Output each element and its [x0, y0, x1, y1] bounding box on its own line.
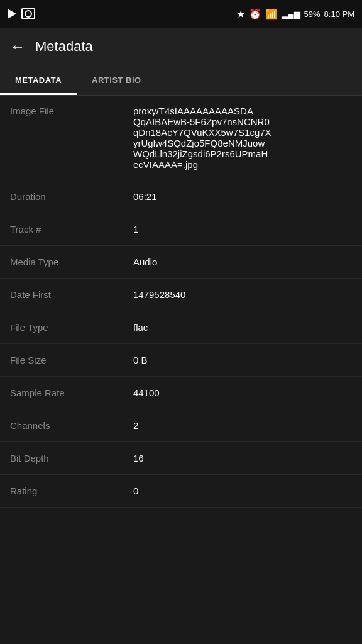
table-row: Channels2 [0, 409, 362, 442]
meta-value: 1 [126, 213, 362, 245]
meta-value: flac [126, 311, 362, 343]
status-right: ★ ⏰ 📶 ▂▄▆ 59% 8:10 PM [236, 8, 354, 20]
meta-label: Duration [0, 180, 126, 213]
meta-value: 0 B [126, 344, 362, 376]
table-row: Bit Depth16 [0, 442, 362, 475]
table-row: Sample Rate44100 [0, 377, 362, 409]
meta-label: Sample Rate [0, 377, 126, 409]
image-file-row: Image File proxy/T4sIAAAAAAAAASDA QqAIBA… [0, 96, 362, 180]
meta-label: Channels [0, 409, 126, 441]
photo-icon [21, 8, 35, 19]
meta-value: 2 [126, 409, 362, 441]
metadata-content: Image File proxy/T4sIAAAAAAAAASDA QqAIBA… [0, 96, 362, 508]
meta-value: 1479528540 [126, 279, 362, 311]
alarm-icon: ⏰ [249, 8, 261, 20]
metadata-rows: Duration06:21Track #1Media TypeAudioDate… [0, 180, 362, 508]
image-file-value: proxy/T4sIAAAAAAAAASDA QqAIBAEwB-5F6Zpv7… [126, 96, 362, 180]
meta-value: 0 [126, 475, 362, 507]
table-row: File Size0 B [0, 344, 362, 377]
table-row: Date First1479528540 [0, 279, 362, 311]
wifi-icon: 📶 [265, 8, 278, 20]
back-button[interactable]: ← [10, 38, 25, 55]
meta-value: 44100 [126, 377, 362, 409]
status-left [8, 8, 35, 19]
meta-label: Media Type [0, 246, 126, 278]
play-status-icon [8, 9, 16, 19]
table-row: Track #1 [0, 213, 362, 246]
header: ← Metadata [0, 28, 362, 65]
tab-artist-bio[interactable]: ARTIST BIO [77, 65, 156, 95]
meta-label: File Size [0, 344, 126, 376]
battery-text: 59% [304, 9, 321, 19]
table-row: File Typeflac [0, 311, 362, 344]
meta-label: Track # [0, 213, 126, 245]
table-row: Duration06:21 [0, 180, 362, 213]
status-bar: ★ ⏰ 📶 ▂▄▆ 59% 8:10 PM [0, 0, 362, 28]
meta-label: Date First [0, 279, 126, 311]
meta-value: 16 [126, 442, 362, 474]
page-title: Metadata [35, 38, 93, 55]
bluetooth-icon: ★ [236, 8, 245, 20]
meta-label: File Type [0, 311, 126, 343]
time-display: 8:10 PM [324, 9, 354, 19]
meta-value: Audio [126, 246, 362, 278]
signal-icon: ▂▄▆ [282, 9, 300, 19]
meta-label: Rating [0, 475, 126, 507]
meta-label: Bit Depth [0, 442, 126, 474]
tabs-bar: METADATA ARTIST BIO [0, 65, 362, 96]
table-row: Rating0 [0, 475, 362, 508]
image-file-label: Image File [0, 96, 126, 180]
tab-metadata[interactable]: METADATA [0, 65, 77, 95]
meta-value: 06:21 [126, 180, 362, 213]
table-row: Media TypeAudio [0, 246, 362, 279]
